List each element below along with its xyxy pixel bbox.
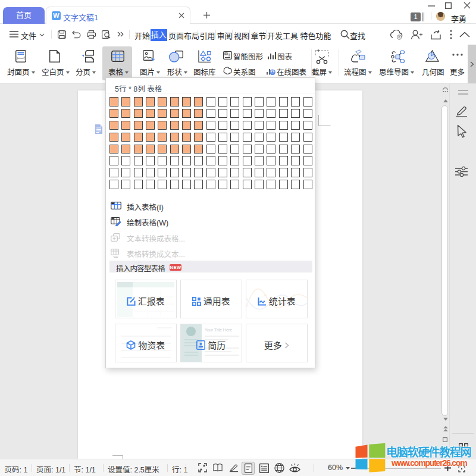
svg-text:Your Title Here: Your Title Here [205, 328, 232, 332]
